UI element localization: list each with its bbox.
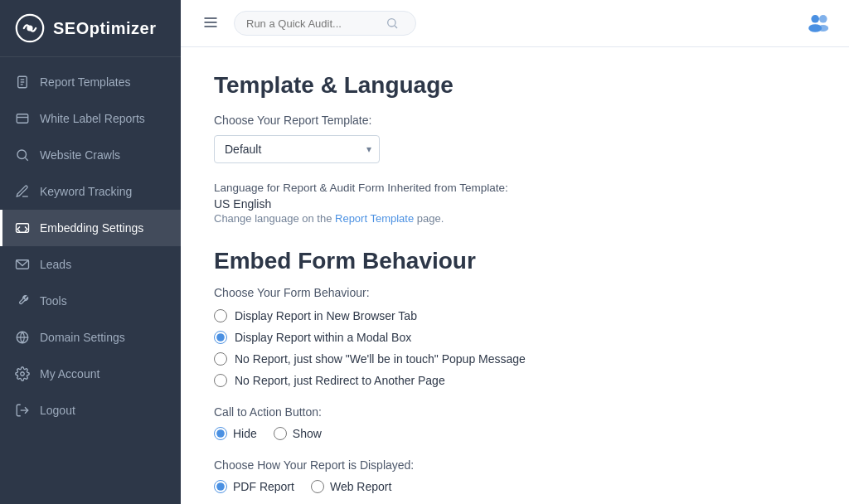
sidebar-item-label: Embedding Settings [40, 221, 143, 235]
svg-point-1 [27, 25, 32, 31]
cta-section: Call to Action Button: Hide Show [214, 405, 816, 440]
sidebar-item-label: Domain Settings [40, 331, 125, 344]
file-icon [15, 75, 30, 90]
sidebar-item-label: Report Templates [40, 75, 130, 89]
gear-icon [15, 366, 30, 381]
embed-icon [15, 220, 30, 235]
display-web-input[interactable] [311, 480, 324, 493]
svg-point-23 [819, 15, 827, 23]
globe-icon [15, 330, 30, 345]
report-template-link[interactable]: Report Template [335, 212, 414, 225]
radio-no-report-popup-label: No Report, just show "We'll be in touch"… [235, 352, 526, 366]
logo-text: SEOptimizer [53, 19, 156, 38]
template-select-wrapper[interactable]: Default Template 1 Template 2 ▾ [214, 135, 380, 163]
display-radio-row: PDF Report Web Report [214, 480, 816, 493]
radio-no-report-popup[interactable]: No Report, just show "We'll be in touch"… [214, 352, 816, 366]
language-section: Language for Report & Audit Form Inherit… [214, 182, 816, 225]
sidebar-item-report-templates[interactable]: Report Templates [0, 64, 181, 100]
cta-show[interactable]: Show [274, 427, 322, 440]
mail-icon [15, 257, 30, 272]
hamburger-button[interactable] [197, 9, 224, 38]
language-hint: Change language on the Report Template p… [214, 212, 816, 225]
hamburger-icon [202, 14, 219, 31]
logo-icon [15, 13, 45, 43]
radio-modal-label: Display Report within a Modal Box [235, 331, 411, 344]
cta-show-input[interactable] [274, 427, 287, 440]
form-behaviour-label: Choose Your Form Behaviour: [214, 286, 816, 299]
svg-line-20 [395, 26, 397, 28]
pen-icon [15, 184, 30, 199]
tools-icon [15, 293, 30, 308]
header [181, 0, 849, 47]
search-input[interactable] [246, 17, 379, 30]
language-label: Language for Report & Audit Form Inherit… [214, 182, 816, 194]
radio-new-tab-label: Display Report in New Browser Tab [235, 309, 417, 322]
tag-icon [15, 111, 30, 126]
display-web[interactable]: Web Report [311, 480, 391, 493]
display-pdf[interactable]: PDF Report [214, 480, 294, 493]
sidebar-item-leads[interactable]: Leads [0, 246, 181, 283]
main-content: Template & Language Choose Your Report T… [181, 47, 849, 504]
radio-modal[interactable]: Display Report within a Modal Box [214, 331, 816, 344]
cta-label: Call to Action Button: [214, 405, 816, 419]
sidebar-item-logout[interactable]: Logout [0, 392, 181, 429]
search-bar[interactable] [234, 11, 416, 36]
sidebar-item-website-crawls[interactable]: Website Crawls [0, 137, 181, 173]
radio-no-report-redirect[interactable]: No Report, just Redirect to Another Page [214, 374, 816, 387]
display-label: Choose How Your Report is Displayed: [214, 458, 816, 472]
header-right [806, 8, 832, 38]
svg-point-21 [811, 15, 819, 23]
sidebar-item-domain-settings[interactable]: Domain Settings [0, 319, 181, 356]
sidebar-item-label: White Label Reports [40, 112, 145, 125]
cta-radio-row: Hide Show [214, 427, 816, 440]
sidebar-item-label: Tools [40, 294, 67, 308]
display-pdf-input[interactable] [214, 480, 227, 493]
svg-rect-6 [17, 114, 28, 124]
cta-hide[interactable]: Hide [214, 427, 257, 440]
radio-no-report-redirect-label: No Report, just Redirect to Another Page [235, 374, 445, 387]
sidebar-item-tools[interactable]: Tools [0, 283, 181, 319]
svg-point-19 [388, 19, 395, 27]
search-icon [15, 148, 30, 162]
user-avatar-icon[interactable] [806, 8, 832, 35]
svg-point-14 [21, 372, 25, 376]
sidebar-item-label: My Account [40, 367, 99, 380]
sidebar-item-label: Logout [40, 404, 75, 417]
sidebar: SEOptimizer Report Templates White Label… [0, 0, 181, 504]
display-web-label: Web Report [330, 480, 391, 493]
main-wrapper: Template & Language Choose Your Report T… [181, 0, 849, 504]
svg-line-9 [25, 158, 27, 160]
radio-no-report-redirect-input[interactable] [214, 374, 227, 387]
display-section: Choose How Your Report is Displayed: PDF… [214, 458, 816, 493]
sidebar-item-white-label-reports[interactable]: White Label Reports [0, 100, 181, 137]
embed-section-title: Embed Form Behaviour [214, 248, 816, 274]
radio-no-report-popup-input[interactable] [214, 352, 227, 366]
radio-new-tab-input[interactable] [214, 309, 227, 322]
sidebar-item-label: Keyword Tracking [40, 185, 132, 198]
logo-container[interactable]: SEOptimizer [0, 0, 181, 57]
cta-hide-label: Hide [233, 427, 257, 440]
search-icon [386, 17, 399, 30]
radio-new-tab[interactable]: Display Report in New Browser Tab [214, 309, 816, 322]
template-section-title: Template & Language [214, 72, 816, 99]
language-value: US English [214, 197, 816, 211]
logout-icon [15, 403, 30, 418]
cta-hide-input[interactable] [214, 427, 227, 440]
cta-show-label: Show [293, 427, 322, 440]
template-label: Choose Your Report Template: [214, 114, 816, 127]
sidebar-item-label: Leads [40, 258, 71, 271]
sidebar-item-keyword-tracking[interactable]: Keyword Tracking [0, 173, 181, 210]
sidebar-item-label: Website Crawls [40, 148, 120, 162]
form-behaviour-group: Display Report in New Browser Tab Displa… [214, 309, 816, 387]
sidebar-nav: Report Templates White Label Reports Web… [0, 57, 181, 504]
sidebar-item-my-account[interactable]: My Account [0, 356, 181, 392]
svg-point-8 [17, 150, 27, 159]
sidebar-item-embedding-settings[interactable]: Embedding Settings [0, 210, 181, 246]
radio-modal-input[interactable] [214, 331, 227, 344]
template-select[interactable]: Default Template 1 Template 2 [214, 135, 380, 163]
display-pdf-label: PDF Report [233, 480, 294, 493]
svg-point-24 [817, 25, 828, 32]
